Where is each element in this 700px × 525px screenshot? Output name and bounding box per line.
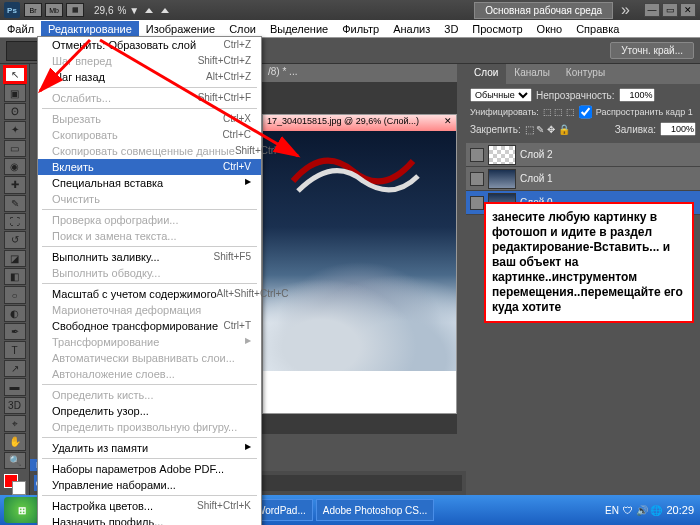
lock-label: Закрепить: [470, 124, 521, 135]
layer-name: Слой 2 [520, 149, 553, 160]
menu-анализ[interactable]: Анализ [386, 21, 437, 37]
gradient-tool[interactable]: ◧ [4, 268, 26, 285]
menu-справка[interactable]: Справка [569, 21, 626, 37]
document-tab[interactable]: /8) * ... [262, 64, 457, 82]
app-titlebar: Ps Br Mb ▦ 29,6 % ▼ Основная рабочая сре… [0, 0, 700, 20]
menu-выделение[interactable]: Выделение [263, 21, 335, 37]
tool-preset-selector[interactable] [6, 41, 40, 61]
pen-tool[interactable]: ✒ [4, 323, 26, 340]
type-tool[interactable]: T [4, 341, 26, 358]
menu-item[interactable]: Отменить: Образовать слойCtrl+Z [38, 37, 261, 53]
menu-item[interactable]: ВклеитьCtrl+V [38, 159, 261, 175]
lang-indicator[interactable]: EN [605, 505, 619, 516]
layer-thumb [488, 145, 516, 165]
menu-item[interactable]: Удалить из памяти▶ [38, 440, 261, 456]
visibility-icon[interactable] [470, 148, 484, 162]
layer-row[interactable]: Слой 1 [466, 167, 700, 191]
menu-редактирование[interactable]: Редактирование [41, 21, 139, 37]
refine-edge-button[interactable]: Уточн. край... [610, 42, 694, 59]
blend-mode-select[interactable]: Обычные [470, 88, 532, 102]
color-swatches[interactable] [4, 474, 26, 495]
clock: 20:29 [666, 504, 694, 516]
workspace-switcher[interactable]: Основная рабочая среда [474, 2, 613, 19]
menu-item[interactable]: Специальная вставка▶ [38, 175, 261, 191]
maximize-icon[interactable]: ▭ [662, 3, 678, 17]
zoom-level[interactable]: 29,6 [94, 5, 113, 16]
menu-окно[interactable]: Окно [530, 21, 570, 37]
fill-label: Заливка: [615, 124, 656, 135]
propagate-label: Распространить кадр 1 [596, 107, 693, 117]
minimize-icon[interactable]: — [644, 3, 660, 17]
tools-panel: ↖ ▣ ʘ ✦ ▭ ◉ ✚ ✎ ⛶ ↺ ◪ ◧ ○ ◐ ✒ T ↗ ▬ 3D ⌖… [0, 64, 30, 495]
crop-tool[interactable]: ▭ [4, 140, 26, 157]
menu-item[interactable]: Свободное трансформированиеCtrl+T [38, 318, 261, 334]
menu-файл[interactable]: Файл [0, 21, 41, 37]
fill-input[interactable] [660, 122, 696, 136]
menu-item: Скопировать совмещенные данныеShift+Ctrl… [38, 143, 261, 159]
lasso-tool[interactable]: ʘ [4, 103, 26, 120]
menu-item[interactable]: Масштаб с учетом содержимогоAlt+Shift+Ct… [38, 286, 261, 302]
minibridge-icon[interactable]: Mb [45, 3, 63, 17]
start-button[interactable]: ⊞ [4, 497, 40, 523]
blur-tool[interactable]: ○ [4, 286, 26, 303]
visibility-icon[interactable] [470, 172, 484, 186]
menu-item[interactable]: Определить узор... [38, 403, 261, 419]
eyedropper-tool[interactable]: ◉ [4, 158, 26, 175]
canvas[interactable] [263, 131, 456, 371]
menu-item[interactable]: Настройка цветов...Shift+Ctrl+K [38, 498, 261, 514]
menu-item: Определить кисть... [38, 387, 261, 403]
history-brush-tool[interactable]: ↺ [4, 231, 26, 248]
background-color[interactable] [12, 481, 26, 495]
shape-tool[interactable]: ▬ [4, 378, 26, 395]
menu-item: ВырезатьCtrl+X [38, 111, 261, 127]
menu-item[interactable]: Управление наборами... [38, 477, 261, 493]
zoom-icon[interactable] [161, 8, 169, 13]
layer-row[interactable]: Слой 2 [466, 143, 700, 167]
panel-tab[interactable]: Каналы [506, 64, 558, 84]
brush-tool[interactable]: ✎ [4, 195, 26, 212]
document-titlebar[interactable]: 17_304015815.jpg @ 29,6% (Слой...) ✕ [263, 115, 456, 131]
instruction-callout: занесите любую картинку в фотошоп и идит… [484, 202, 694, 323]
menu-фильтр[interactable]: Фильтр [335, 21, 386, 37]
menu-слои[interactable]: Слои [222, 21, 263, 37]
document-window: 17_304015815.jpg @ 29,6% (Слой...) ✕ [262, 114, 457, 414]
move-tool[interactable]: ↖ [4, 66, 26, 83]
menu-item: СкопироватьCtrl+C [38, 127, 261, 143]
hand-icon[interactable] [145, 8, 153, 13]
menu-изображение[interactable]: Изображение [139, 21, 222, 37]
menu-item: Выполнить обводку... [38, 265, 261, 281]
layer-thumb [488, 169, 516, 189]
stamp-tool[interactable]: ⛶ [4, 213, 26, 230]
panel-tab[interactable]: Слои [466, 64, 506, 84]
marquee-tool[interactable]: ▣ [4, 84, 26, 101]
wand-tool[interactable]: ✦ [4, 121, 26, 138]
menu-item[interactable]: Шаг назадAlt+Ctrl+Z [38, 69, 261, 85]
panel-tab[interactable]: Контуры [558, 64, 613, 84]
taskbar-task[interactable]: Adobe Photoshop CS... [316, 499, 435, 521]
bridge-icon[interactable]: Br [24, 3, 42, 17]
healing-tool[interactable]: ✚ [4, 176, 26, 193]
3d-camera-tool[interactable]: ⌖ [4, 415, 26, 432]
menu-item[interactable]: Выполнить заливку...Shift+F5 [38, 249, 261, 265]
visibility-icon[interactable] [470, 196, 484, 210]
menu-просмотр[interactable]: Просмотр [465, 21, 529, 37]
hand-tool[interactable]: ✋ [4, 433, 26, 450]
menu-item: Шаг впередShift+Ctrl+Z [38, 53, 261, 69]
menu-item[interactable]: Наборы параметров Adobe PDF... [38, 461, 261, 477]
zoom-tool[interactable]: 🔍 [4, 452, 26, 469]
tray-icons[interactable]: 🛡 🔊 🌐 [623, 505, 663, 516]
menu-3d[interactable]: 3D [437, 21, 465, 37]
menu-item: Ослабить...Shift+Ctrl+F [38, 90, 261, 106]
3d-tool[interactable]: 3D [4, 397, 26, 414]
path-tool[interactable]: ↗ [4, 360, 26, 377]
opacity-input[interactable] [619, 88, 655, 102]
system-tray: EN 🛡 🔊 🌐 20:29 [605, 504, 700, 516]
eraser-tool[interactable]: ◪ [4, 250, 26, 267]
unify-label: Унифицировать: [470, 107, 539, 117]
viewmode-icon[interactable]: ▦ [66, 3, 84, 17]
propagate-checkbox[interactable] [579, 105, 592, 119]
menu-item[interactable]: Назначить профиль... [38, 514, 261, 525]
close-icon[interactable]: ✕ [680, 3, 696, 17]
doc-close-icon[interactable]: ✕ [444, 116, 452, 130]
dodge-tool[interactable]: ◐ [4, 305, 26, 322]
